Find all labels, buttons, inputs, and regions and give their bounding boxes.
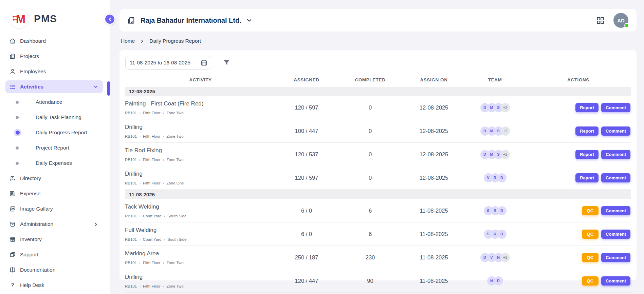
- assigned-value: 120 / 537: [276, 151, 337, 158]
- report-button[interactable]: Report: [575, 103, 599, 112]
- row-actions: QCComment: [526, 206, 631, 215]
- report-card: ActivityAssignedCompletedAssign OnTeamAc…: [119, 50, 637, 280]
- path-segment: Fifth Floor: [143, 134, 161, 138]
- comment-button[interactable]: Comment: [601, 206, 630, 215]
- activity-path: RB101›Court Yard›South Side: [125, 237, 276, 241]
- comment-button[interactable]: Comment: [601, 230, 630, 239]
- date-range-picker[interactable]: [125, 56, 211, 70]
- completed-value: 230: [337, 254, 403, 261]
- filter-funnel-icon[interactable]: [223, 59, 231, 66]
- assign-on-value: 12-08-2025: [403, 128, 464, 134]
- team-avatar: D: [497, 206, 507, 215]
- path-segment: RB101: [125, 214, 137, 218]
- team-avatars: VRD: [464, 173, 526, 182]
- comment-button[interactable]: Comment: [601, 276, 630, 286]
- path-segment: RB101: [125, 111, 137, 115]
- path-segment: RB101: [125, 237, 137, 241]
- activity-path: RB101›Fifth Floor›Zone Two: [125, 261, 276, 265]
- sidebar-item-directory[interactable]: Directory: [5, 172, 103, 185]
- qc-button[interactable]: QC: [582, 206, 599, 215]
- sidebar-item-expense[interactable]: Expense: [5, 187, 103, 200]
- person-icon: [9, 68, 16, 75]
- sidebar-subitem-daily-task-planning[interactable]: Daily Task Planning: [5, 111, 103, 124]
- assigned-value: 6 / 0: [276, 208, 337, 214]
- building-icon: [9, 53, 16, 60]
- path-segment: South Side: [167, 237, 186, 241]
- sidebar-item-dashboard[interactable]: Dashboard: [5, 35, 103, 47]
- qc-button[interactable]: QC: [582, 253, 599, 262]
- comment-button[interactable]: Comment: [601, 173, 630, 182]
- chevron-down-icon: [246, 17, 252, 23]
- comment-button[interactable]: Comment: [601, 150, 630, 159]
- team-avatars: DMS+2: [464, 103, 526, 112]
- breadcrumb-home[interactable]: Home: [121, 38, 135, 44]
- sidebar-item-support[interactable]: Support: [5, 248, 103, 261]
- date-group-row: 11-08-2025: [125, 190, 631, 199]
- chevron-right-icon: ›: [139, 237, 141, 241]
- sidebar-item-employees[interactable]: Employees: [5, 65, 103, 78]
- sidebar-item-inventory[interactable]: Inventory: [5, 233, 103, 246]
- report-button[interactable]: Report: [575, 173, 599, 182]
- team-avatar: D: [497, 230, 507, 239]
- path-segment: Fifth Floor: [143, 181, 161, 185]
- qc-button[interactable]: QC: [582, 276, 599, 286]
- row-actions: QCComment: [526, 276, 631, 286]
- sidebar-item-administration[interactable]: Administration: [5, 218, 103, 231]
- report-button[interactable]: Report: [575, 126, 599, 136]
- activity-title: Drilling: [125, 171, 276, 177]
- table-header-row: ActivityAssignedCompletedAssign OnTeamAc…: [125, 73, 631, 86]
- path-segment: Fifth Floor: [143, 261, 161, 265]
- column-header-assigned: Assigned: [276, 77, 337, 82]
- path-segment: RB101: [125, 134, 137, 138]
- path-segment: Fifth Floor: [143, 158, 161, 162]
- assigned-value: 120 / 597: [276, 175, 337, 181]
- table-row: Tack WeldingRB101›Court Yard›South Side6…: [125, 199, 631, 222]
- path-segment: Fifth Floor: [143, 284, 161, 288]
- topbar: Raja Bahadur International Ltd. AD: [119, 9, 637, 32]
- bullet-icon: [16, 131, 20, 135]
- sidebar-item-documentation[interactable]: Documentation: [5, 263, 103, 276]
- user-avatar[interactable]: AD: [613, 13, 628, 28]
- activity-cell: DrillingRB101›Fifth Floor›Zone One: [125, 171, 276, 185]
- chevron-right-icon: ›: [163, 261, 164, 265]
- activity-cell: DrillingRB101›Fifth Floor›Zone Two: [125, 274, 276, 288]
- table-row: Painting - First Coat (Fire Red)RB101›Fi…: [125, 96, 631, 119]
- sidebar-item-activities[interactable]: Activities: [5, 80, 103, 93]
- report-button[interactable]: Report: [575, 150, 599, 159]
- activity-title: Full Welding: [125, 227, 276, 234]
- activity-title: Tack Welding: [125, 203, 276, 210]
- sidebar-item-help-desk[interactable]: Help Desk: [5, 279, 103, 292]
- path-segment: Zone One: [166, 181, 184, 185]
- assign-on-value: 11-08-2025: [403, 231, 464, 237]
- apps-grid-icon[interactable]: [596, 16, 605, 25]
- row-actions: ReportComment: [526, 126, 631, 136]
- company-name: Raja Bahadur International Ltd.: [141, 17, 241, 24]
- sidebar-subitem-project-report[interactable]: Project Report: [5, 141, 103, 154]
- row-actions: ReportComment: [526, 173, 631, 182]
- chevron-right-icon: ›: [139, 158, 141, 162]
- company-selector[interactable]: Raja Bahadur International Ltd.: [127, 16, 252, 25]
- date-range-input[interactable]: [125, 56, 211, 70]
- more-count-badge: +2: [501, 253, 510, 262]
- assigned-value: 100 / 447: [276, 128, 337, 134]
- sidebar-subitem-attendance[interactable]: Attendance: [5, 96, 103, 109]
- sidebar-item-projects[interactable]: Projects: [5, 50, 103, 63]
- sidebar-item-image-gallery[interactable]: Image Gallary: [5, 202, 103, 215]
- sidebar-subitem-daily-progress-report[interactable]: Daily Progress Report: [5, 126, 103, 139]
- bullet-icon: [16, 146, 19, 150]
- column-header-team: Team: [464, 77, 526, 82]
- brand: M PMS: [10, 9, 110, 28]
- completed-value: 6: [337, 208, 403, 214]
- sidebar-collapse-button[interactable]: [104, 14, 115, 25]
- more-count-badge: +2: [501, 126, 510, 136]
- comment-button[interactable]: Comment: [601, 103, 630, 112]
- sidebar: M PMS Dashboard Projects Employees Activ…: [0, 0, 110, 294]
- chevron-right-icon: ›: [164, 214, 165, 218]
- comment-button[interactable]: Comment: [601, 253, 630, 262]
- row-actions: ReportComment: [526, 150, 631, 159]
- path-segment: Zone Two: [166, 111, 183, 115]
- comment-button[interactable]: Comment: [601, 126, 630, 136]
- sidebar-subitem-daily-expenses[interactable]: Daily Expenses: [5, 157, 103, 170]
- qc-button[interactable]: QC: [582, 230, 599, 239]
- layers-icon: [9, 251, 16, 258]
